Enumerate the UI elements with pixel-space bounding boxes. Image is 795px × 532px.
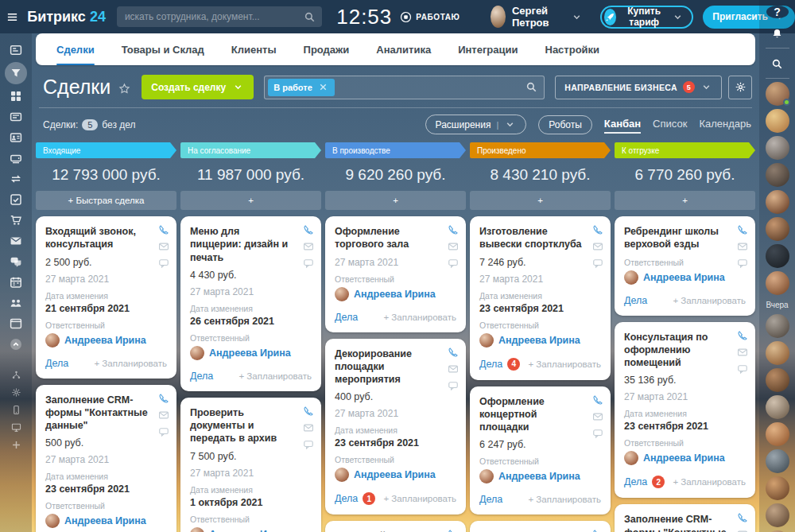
mobile-app-icon[interactable]	[5, 401, 27, 418]
deal-card[interactable]: Оформление концертной площадки6 247 руб.…	[470, 386, 611, 515]
employee-search-icon[interactable]	[771, 58, 783, 70]
desktop-app-icon[interactable]	[5, 418, 27, 436]
buy-tariff-button[interactable]: Купить тариф	[600, 6, 693, 29]
notifications-bell-icon[interactable]	[771, 28, 783, 40]
deals-link[interactable]: Дела	[624, 295, 647, 306]
create-deal-button[interactable]: Создать сделку	[142, 75, 254, 99]
plan-activity-link[interactable]: + Запланировать	[383, 494, 456, 503]
tab-products[interactable]: Товары и Склад	[122, 33, 204, 65]
sitemap-icon[interactable]	[5, 366, 27, 383]
mail-icon[interactable]	[158, 241, 169, 252]
drive-icon[interactable]	[5, 148, 27, 169]
tab-deals[interactable]: Сделки	[56, 33, 95, 65]
add-plus-icon[interactable]	[5, 436, 27, 453]
chat-icon[interactable]	[158, 258, 169, 269]
phone-icon[interactable]	[158, 393, 169, 404]
chat-icon[interactable]	[448, 258, 459, 269]
add-deal-button[interactable]: +	[180, 191, 321, 210]
deals-link[interactable]: Дела	[190, 371, 213, 382]
responsible-link[interactable]: Андреева Ирина	[498, 335, 580, 346]
view-kanban[interactable]: Канбан	[604, 118, 641, 132]
deal-title[interactable]: Консультация по оформлению помещений	[624, 331, 746, 370]
workflows-icon[interactable]	[5, 169, 27, 189]
chat-icon[interactable]	[303, 439, 314, 450]
crm-funnel-icon[interactable]	[5, 62, 27, 84]
shop-cart-icon[interactable]	[5, 210, 27, 231]
column-stage-header[interactable]: Входящие	[36, 142, 176, 158]
deal-title[interactable]: Оформление концертной площадки	[479, 395, 601, 434]
phone-icon[interactable]	[158, 224, 169, 235]
employee-avatar[interactable]	[766, 341, 789, 365]
calendar-icon[interactable]	[5, 272, 27, 293]
deal-card[interactable]: Ребрендинг школы верховой ездыОтветствен…	[615, 216, 755, 316]
mail-icon[interactable]	[303, 422, 314, 433]
plan-activity-link[interactable]: + Запланировать	[383, 313, 456, 322]
market-apps-icon[interactable]	[5, 86, 27, 107]
chat-icon[interactable]	[448, 380, 459, 391]
mail-icon[interactable]	[592, 411, 603, 422]
global-search-input[interactable]	[117, 6, 322, 27]
add-deal-button[interactable]: +	[470, 191, 611, 210]
plan-activity-link[interactable]: + Запланировать	[238, 371, 312, 381]
employee-avatar[interactable]	[766, 476, 789, 500]
contacts-card-icon[interactable]	[5, 127, 27, 148]
employee-avatar[interactable]	[766, 190, 789, 214]
hamburger-menu-icon[interactable]	[0, 11, 24, 23]
deal-title[interactable]: Декорирование площадки мероприятия	[335, 348, 456, 386]
deal-card[interactable]: Проверить документы и передать в архив7 …	[180, 398, 321, 532]
employee-avatar[interactable]	[766, 109, 789, 133]
phone-icon[interactable]	[448, 529, 459, 532]
filter-search-bar[interactable]: В работе	[264, 76, 545, 99]
deal-title[interactable]: Заполнение CRM-формы "Контактные данные"	[45, 394, 167, 433]
deal-card[interactable]: Заполнение CRM-формы "Контактные данные"…	[615, 504, 755, 532]
employee-avatar[interactable]	[766, 82, 789, 106]
deals-link[interactable]: Дела1	[335, 492, 375, 505]
chat-icon[interactable]	[592, 258, 603, 269]
employee-avatar[interactable]	[766, 422, 789, 446]
live-feed-icon[interactable]	[5, 40, 27, 60]
chat-icon[interactable]	[303, 258, 314, 269]
phone-icon[interactable]	[737, 512, 748, 523]
deal-title[interactable]: Меню для пиццерии: дизайн и печать	[190, 225, 312, 264]
deal-title[interactable]: Изготовление вывески спортклуба	[479, 225, 601, 251]
view-list[interactable]: Список	[653, 118, 687, 132]
chat-icon[interactable]	[737, 363, 748, 375]
business-direction-button[interactable]: НАПРАВЛЕНИЕ БИЗНЕСА 5	[555, 76, 722, 99]
deal-card[interactable]: Меню для пиццерии: дизайн и печать4 430 …	[180, 216, 321, 391]
filter-chip-in-progress[interactable]: В работе	[268, 79, 335, 96]
mail-icon[interactable]	[5, 231, 27, 251]
deals-link[interactable]: Дела2	[624, 476, 665, 488]
mail-icon[interactable]	[303, 241, 314, 252]
phone-icon[interactable]	[448, 224, 459, 235]
groups-icon[interactable]	[5, 293, 27, 313]
phone-icon[interactable]	[592, 529, 603, 532]
deals-link[interactable]: Дела	[45, 358, 68, 369]
responsible-link[interactable]: Андреева Ирина	[643, 452, 725, 464]
responsible-link[interactable]: Андреева Ирина	[643, 272, 725, 283]
deal-title[interactable]: Ребрендинг школы верховой езды	[624, 225, 746, 251]
column-stage-header[interactable]: На согласование	[180, 142, 321, 158]
phone-icon[interactable]	[592, 394, 603, 406]
plan-activity-link[interactable]: + Запланировать	[94, 359, 167, 368]
tab-analytics[interactable]: Аналитика	[376, 33, 431, 65]
deal-card[interactable]: Входящий звонок, консультация2 500 руб.2…	[36, 216, 176, 379]
deal-card[interactable]: Заполнение CRM-формы "Контактные данные"…	[36, 385, 176, 532]
deal-title[interactable]: Оформление торгового зала	[335, 225, 456, 251]
column-stage-header[interactable]: К отгрузке	[615, 142, 755, 158]
sites-icon[interactable]	[5, 313, 27, 334]
robots-button[interactable]: Роботы	[538, 115, 592, 134]
mail-icon[interactable]	[737, 347, 748, 358]
responsible-link[interactable]: Андреева Ирина	[209, 529, 291, 532]
add-deal-button[interactable]: +	[615, 191, 755, 210]
deal-card[interactable]: Изготовление вывески спортклуба7 246 руб…	[470, 216, 611, 380]
deal-title[interactable]: Входящий звонок, консультация	[45, 225, 167, 251]
tasks-check-icon[interactable]	[5, 189, 27, 210]
phone-icon[interactable]	[737, 330, 748, 341]
deal-card[interactable]: Входящий звонок, консультация2 500 руб.2…	[325, 521, 466, 532]
collapse-menu-icon[interactable]	[5, 334, 27, 355]
settings-gear-icon[interactable]	[5, 383, 27, 401]
tab-settings[interactable]: Настройки	[545, 33, 600, 65]
employee-avatar[interactable]	[766, 163, 789, 187]
deals-link[interactable]: Дела4	[479, 358, 520, 371]
global-search-field[interactable]	[125, 11, 300, 22]
